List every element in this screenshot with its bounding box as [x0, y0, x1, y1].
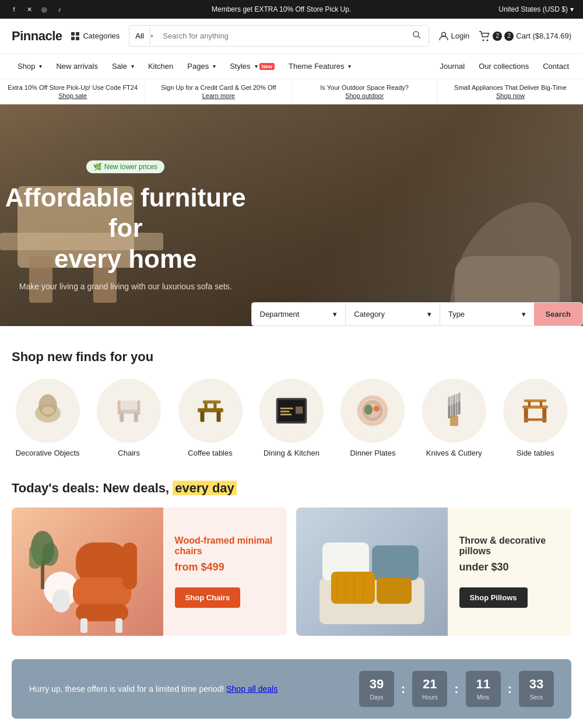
cart-icon	[479, 31, 490, 41]
hero-badge: 🌿 New lower prices	[86, 160, 164, 173]
deal-info-pillows: Throw & decorativepillows under $30 Shop…	[448, 508, 571, 636]
countdown-secs: 33 Secs	[519, 671, 554, 707]
svg-rect-56	[52, 589, 70, 612]
svg-marker-44	[451, 396, 453, 405]
countdown-message: Hurry up, these offers is valid for a li…	[29, 684, 278, 694]
shop-section-title: Shop new finds for you	[12, 349, 571, 365]
department-select[interactable]: Department ▾	[252, 303, 346, 326]
type-select[interactable]: Type ▾	[440, 303, 534, 326]
chevron-down-icon: ▾	[348, 63, 351, 69]
category-label-side: Side tables	[500, 449, 571, 457]
knives-svg	[434, 390, 475, 431]
header-right: Login 2 2 Cart ($8,174.69)	[438, 31, 571, 41]
category-label-dining: Dining & Kitchen	[255, 449, 327, 457]
logo[interactable]: Pinnacle	[12, 29, 62, 44]
nav-pages[interactable]: Pages ▾	[181, 58, 222, 74]
category-dinner-plates[interactable]: Dinner Plates	[337, 379, 409, 457]
nav-theme-features[interactable]: Theme Features ▾	[283, 58, 357, 74]
time-separator-3: :	[508, 681, 512, 696]
deal-info-chairs: Wood-framed minimalchairs from $499 Shop…	[163, 508, 287, 636]
category-chairs[interactable]: Chairs	[93, 379, 164, 457]
svg-rect-25	[213, 403, 216, 410]
category-side-tables[interactable]: Side tables	[500, 379, 571, 457]
svg-rect-19	[137, 401, 140, 415]
nav-shop[interactable]: Shop ▾	[12, 58, 48, 74]
svg-point-13	[41, 407, 54, 415]
shop-pillows-button[interactable]: Shop Pillows	[459, 587, 528, 608]
nav-contact[interactable]: Contact	[540, 58, 571, 74]
categories-button[interactable]: Categories	[71, 32, 120, 40]
instagram-icon[interactable]: ◎	[40, 5, 49, 14]
promo-item-1: Extra 10% Off Store Pick-Up! Use Code FT…	[0, 79, 146, 104]
main-nav: Shop ▾ New arrivals Sale ▾ Kitchen Pages…	[0, 54, 583, 79]
svg-rect-53	[528, 401, 531, 407]
deal-price-chairs: from $499	[175, 561, 275, 573]
deals-section: Today's deals: New deals, every day	[0, 481, 583, 659]
promo-item-4: Small Appliances That Deliver Big-Time S…	[438, 79, 583, 104]
category-img-decorative	[16, 379, 80, 443]
nav-sale[interactable]: Sale ▾	[106, 58, 140, 74]
shop-chairs-button[interactable]: Shop Chairs	[175, 587, 241, 608]
svg-marker-45	[453, 394, 455, 404]
svg-rect-18	[118, 401, 121, 415]
region-selector[interactable]: United States (USD $) ▾	[498, 5, 574, 13]
category-label-knives: Knives & Cutlery	[418, 449, 490, 457]
hero-title: Affordable furniture forevery home	[0, 183, 251, 275]
filter-search-button[interactable]: Search	[534, 303, 582, 326]
svg-point-36	[374, 405, 380, 412]
chevron-down-icon: ▾	[427, 310, 431, 318]
svg-marker-47	[458, 393, 461, 402]
category-dining-kitchen[interactable]: Dining & Kitchen	[255, 379, 327, 457]
top-promo-text: Members get EXTRA 10% Off Store Pick Up.	[212, 5, 351, 13]
promo-link-3[interactable]: Shop outdoor	[299, 92, 430, 99]
shop-all-deals-link[interactable]: Shop all deals	[226, 684, 278, 694]
category-decorative-objects[interactable]: Decorative Objects	[12, 379, 83, 457]
svg-marker-46	[455, 393, 458, 402]
chevron-down-icon: ▾	[213, 63, 216, 69]
hero-subtitle: Make your living a grand living with our…	[0, 282, 251, 291]
twitter-icon[interactable]: ✕	[24, 5, 34, 14]
countdown-days: 39 Days	[359, 671, 394, 707]
user-icon	[438, 31, 449, 41]
nav-right: Journal Our collections Contact	[438, 58, 571, 74]
deal-image-chairs	[12, 508, 163, 636]
svg-rect-28	[280, 408, 293, 410]
nav-kitchen[interactable]: Kitchen	[142, 58, 179, 74]
tiktok-icon[interactable]: ♪	[55, 5, 64, 14]
chevron-down-icon: ▾	[255, 63, 258, 69]
nav-journal[interactable]: Journal	[438, 58, 468, 74]
cart-button[interactable]: 2 2 Cart ($8,174.69)	[479, 31, 571, 41]
top-bar: f ✕ ◎ ♪ Members get EXTRA 10% Off Store …	[0, 0, 583, 19]
search-submit-button[interactable]	[405, 26, 429, 46]
category-label-chairs: Chairs	[93, 449, 164, 457]
deal-card-pillows: Throw & decorativepillows under $30 Shop…	[296, 508, 571, 636]
svg-rect-24	[204, 403, 207, 410]
social-icons: f ✕ ◎ ♪	[9, 5, 64, 14]
svg-line-1	[418, 36, 420, 38]
category-select[interactable]: Category ▾	[346, 303, 440, 326]
category-label-decorative: Decorative Objects	[12, 449, 83, 457]
svg-rect-51	[524, 418, 547, 421]
nav-left: Shop ▾ New arrivals Sale ▾ Kitchen Pages…	[12, 58, 436, 74]
nav-collections[interactable]: Our collections	[476, 58, 531, 74]
category-img-knives	[422, 379, 486, 443]
deals-title: Today's deals: New deals, every day	[12, 481, 571, 496]
login-button[interactable]: Login	[438, 31, 470, 41]
coffee-tables-svg	[190, 390, 231, 431]
nav-styles[interactable]: Styles ▾ New	[224, 58, 280, 74]
svg-rect-71	[377, 578, 412, 604]
promo-link-4[interactable]: Shop now	[445, 92, 576, 99]
furniture-right-svg	[437, 151, 583, 326]
promo-link-1[interactable]: Shop sale	[7, 92, 138, 99]
category-knives[interactable]: Knives & Cutlery	[418, 379, 490, 457]
nav-new-arrivals[interactable]: New arrivals	[50, 58, 104, 74]
search-type-select[interactable]: All	[129, 27, 150, 45]
decorative-objects-svg	[27, 390, 68, 431]
hero-content: 🌿 New lower prices Affordable furniture …	[0, 160, 251, 326]
category-img-plates	[340, 379, 405, 443]
facebook-icon[interactable]: f	[9, 5, 19, 14]
grid-icon	[71, 32, 79, 40]
promo-link-2[interactable]: Learn more	[153, 92, 284, 99]
search-input[interactable]	[156, 27, 405, 45]
category-coffee-tables[interactable]: Coffee tables	[174, 379, 246, 457]
